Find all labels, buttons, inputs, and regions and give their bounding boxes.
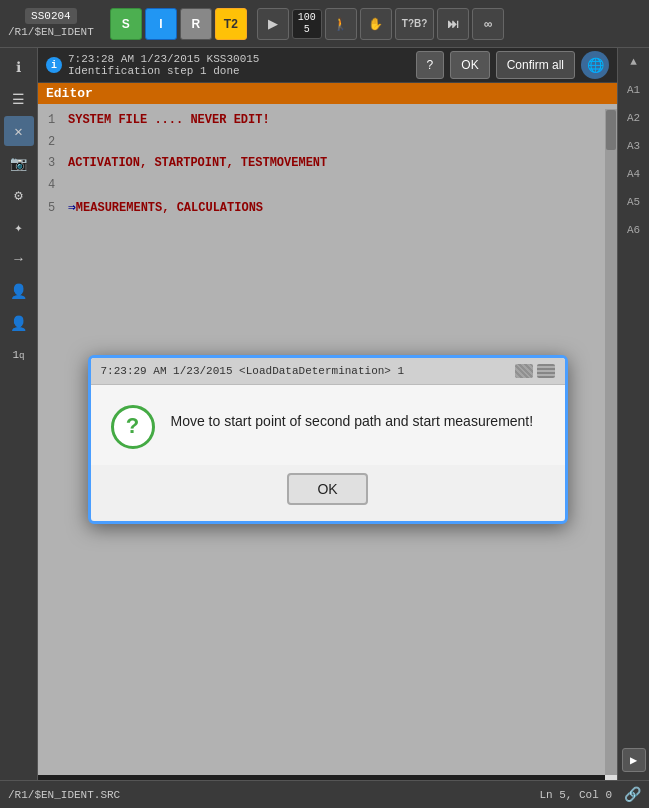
sidebar-right-label-a5[interactable]: A5 [625,192,642,212]
dialog-icon-dots [537,364,555,378]
sidebar-icon-settings[interactable]: ⚙ [4,180,34,210]
dialog-body: ? Move to start point of second path and… [91,385,565,465]
sidebar-right-scroll-up[interactable]: ▲ [628,52,639,72]
btn-s[interactable]: S [110,8,142,40]
globe-icon[interactable]: 🌐 [581,51,609,79]
btn-help[interactable]: ? [416,51,445,79]
info-bar: i 7:23:28 AM 1/23/2015 KSS30015 Identifi… [38,48,617,83]
sidebar-icon-close[interactable]: ✕ [4,116,34,146]
btn-walk[interactable]: 🚶 [325,8,357,40]
question-icon: ? [111,405,155,449]
left-sidebar: ℹ ☰ ✕ 📷 ⚙ ✦ → 👤 👤 1q [0,48,38,780]
editor-titlebar: Editor [38,83,617,104]
btn-skip[interactable]: ⏭ [437,8,469,40]
sidebar-icon-info[interactable]: ℹ [4,52,34,82]
btn-t2[interactable]: T2 [215,8,247,40]
dialog-footer: OK [91,465,565,521]
top-toolbar: SS0204 /R1/$EN_IDENT S I R T2 ▶ 100 5 🚶 … [0,0,649,48]
editor-area: Editor 1 SYSTEM FILE .... NEVER EDIT! 2 … [38,83,617,780]
sidebar-icon-num[interactable]: 1q [4,340,34,370]
dialog-icon-grid [515,364,533,378]
dialog-titlebar: 7:23:29 AM 1/23/2015 <LoadDataDeterminat… [91,358,565,385]
status-link-icon: 🔗 [624,786,641,803]
dialog-ok-button[interactable]: OK [287,473,367,505]
sidebar-right-label-a6[interactable]: A6 [625,220,642,240]
editor-content[interactable]: 1 SYSTEM FILE .... NEVER EDIT! 2 3 ACTIV… [38,104,617,775]
info-message: Identification step 1 done [68,65,410,77]
sidebar-icon-arrows[interactable]: ✦ [4,212,34,242]
sidebar-right-label-a1[interactable]: A1 [625,80,642,100]
dialog-title-icons [515,364,555,378]
btn-play[interactable]: ▶ [257,8,289,40]
right-sidebar: ▲ A1 A2 A3 A4 A5 A6 ▶ [617,48,649,780]
status-bar: /R1/$EN_IDENT.SRC Ln 5, Col 0 🔗 [0,780,649,808]
device-id: SS0204 [25,8,77,24]
btn-r[interactable]: R [180,8,212,40]
dialog-overlay: 7:23:29 AM 1/23/2015 <LoadDataDeterminat… [38,104,617,775]
device-path: /R1/$EN_IDENT [4,24,98,40]
sidebar-right-label-a3[interactable]: A3 [625,136,642,156]
status-file: /R1/$EN_IDENT.SRC [8,789,120,801]
dialog-title-text: 7:23:29 AM 1/23/2015 <LoadDataDeterminat… [101,365,405,377]
sidebar-right-scroll-down[interactable]: ▶ [622,748,646,772]
sidebar-icon-camera[interactable]: 📷 [4,148,34,178]
btn-question-b[interactable]: T?B? [395,8,435,40]
btn-i[interactable]: I [145,8,177,40]
sidebar-icon-arrow-right[interactable]: → [4,244,34,274]
speed-display: 100 5 [292,9,322,39]
btn-infinity[interactable]: ∞ [472,8,504,40]
sidebar-right-label-a2[interactable]: A2 [625,108,642,128]
btn-hand[interactable]: ✋ [360,8,392,40]
main-content: i 7:23:28 AM 1/23/2015 KSS30015 Identifi… [38,48,617,780]
info-icon: i [46,57,62,73]
sidebar-icon-person2[interactable]: 👤 [4,308,34,338]
info-timestamp: 7:23:28 AM 1/23/2015 KSS30015 [68,53,410,65]
dialog-box: 7:23:29 AM 1/23/2015 <LoadDataDeterminat… [88,355,568,524]
status-position: Ln 5, Col 0 [539,789,612,801]
sidebar-right-label-a4[interactable]: A4 [625,164,642,184]
btn-ok-info[interactable]: OK [450,51,489,79]
sidebar-icon-person1[interactable]: 👤 [4,276,34,306]
sidebar-icon-list[interactable]: ☰ [4,84,34,114]
dialog-message: Move to start point of second path and s… [171,405,545,429]
btn-confirm-all[interactable]: Confirm all [496,51,575,79]
